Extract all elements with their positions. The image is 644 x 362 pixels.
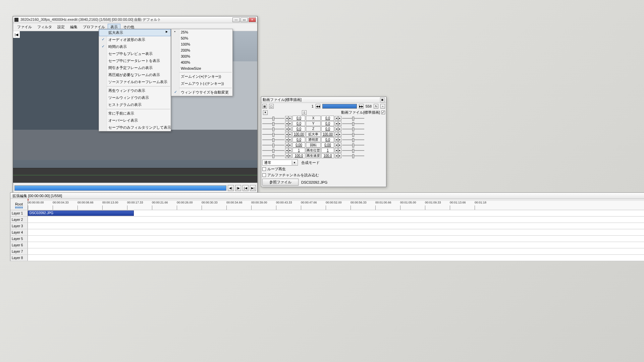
blend-mode-combo[interactable]: 通常 (262, 160, 298, 166)
spin-left-inc[interactable]: ► (288, 121, 292, 126)
slider-left[interactable] (262, 132, 284, 136)
zoom-menu-item[interactable]: WindowSize (171, 65, 232, 71)
menu-設定[interactable]: 設定 (55, 24, 67, 30)
reference-file-button[interactable]: 参照ファイル (262, 179, 299, 186)
prop-icon-4[interactable]: + (380, 104, 385, 109)
spin-right-dec[interactable]: ◄ (335, 137, 338, 142)
timeline-ruler[interactable]: 00:00:00.0000:00:04.3300:00:08.6600:00:1… (28, 201, 644, 210)
doc-icon[interactable]: ▯ (302, 110, 307, 115)
spin-left-inc[interactable]: ► (288, 132, 292, 137)
layer-track[interactable] (28, 248, 644, 254)
layer-track[interactable] (28, 223, 644, 229)
slider-right[interactable] (342, 122, 364, 126)
slider-left[interactable] (262, 154, 284, 158)
zoom-menu-item[interactable]: 300% (171, 53, 232, 59)
spin-left-dec[interactable]: ◄ (285, 132, 288, 137)
slider-right[interactable] (342, 116, 364, 120)
prop-enable-checkbox[interactable]: ✓ (381, 111, 385, 114)
alpha-checkbox[interactable] (262, 173, 266, 177)
layer-label[interactable]: Layer 2 (10, 217, 28, 223)
layer-track[interactable]: DSC02092.JPG (28, 210, 644, 216)
value-right[interactable]: 0.0 (321, 137, 334, 142)
view-menu-item[interactable]: 再生ウィンドウの表示 (99, 87, 171, 94)
slider-left[interactable] (262, 116, 284, 120)
zoom-menu-item[interactable]: 25% (171, 29, 232, 35)
slider-left[interactable] (262, 148, 284, 153)
view-menu-item[interactable]: セーブ中のみフィルタリングして表示 (99, 124, 171, 131)
zoom-menu-item[interactable]: 200% (171, 47, 232, 53)
view-menu-item[interactable]: ヒストグラムの表示 (99, 101, 171, 108)
view-menu-item[interactable]: 拡大表示 (99, 29, 171, 36)
spin-left-dec[interactable]: ◄ (285, 143, 288, 147)
slider-right[interactable] (342, 154, 364, 158)
value-right[interactable]: 0.0 (321, 121, 334, 126)
layer-track[interactable] (28, 229, 644, 235)
spin-left-inc[interactable]: ► (288, 137, 292, 142)
zoom-menu-item[interactable]: ズームアウト(-(テンキー)) (171, 80, 232, 87)
slider-right[interactable] (342, 138, 364, 142)
value-right[interactable]: 1 (321, 148, 334, 153)
prev-frame-button[interactable]: ◀| (228, 185, 234, 191)
spin-right-inc[interactable]: ► (338, 154, 341, 158)
value-right[interactable]: 0.0 (321, 116, 334, 121)
zoom-menu-item[interactable]: ズームイン(+(テンキー)) (171, 73, 232, 80)
layer-track[interactable] (28, 242, 644, 248)
value-right[interactable]: 100.00 (321, 132, 334, 137)
layer-label[interactable]: Layer 4 (10, 229, 28, 235)
value-left[interactable]: 0.00 (292, 142, 305, 147)
spin-left-inc[interactable]: ► (288, 127, 292, 131)
close-button[interactable]: ✕ (249, 17, 256, 22)
spin-right-inc[interactable]: ► (338, 143, 341, 147)
layer-label[interactable]: Layer 3 (10, 223, 28, 229)
spin-left-dec[interactable]: ◄ (285, 137, 288, 142)
slider-right[interactable] (342, 132, 364, 136)
spin-left-inc[interactable]: ► (288, 143, 292, 147)
menu-編集[interactable]: 編集 (67, 24, 80, 30)
view-menu-item[interactable]: 常に手前に表示 (99, 110, 171, 117)
spin-right-dec[interactable]: ◄ (335, 132, 338, 137)
loop-checkbox[interactable] (262, 167, 266, 171)
maximize-button[interactable]: ▭ (240, 17, 248, 22)
slider-left[interactable] (262, 122, 284, 126)
zoom-menu-item[interactable]: 100% (171, 41, 232, 47)
spin-left-dec[interactable]: ◄ (285, 154, 288, 158)
spin-left-dec[interactable]: ◄ (285, 116, 288, 121)
spin-right-inc[interactable]: ► (338, 132, 341, 137)
spin-right-inc[interactable]: ► (338, 127, 341, 131)
view-menu-item[interactable]: オーディオ波形の表示 (99, 36, 171, 43)
value-left[interactable]: 100.00 (292, 132, 305, 137)
property-close-button[interactable]: ▣ (380, 98, 385, 102)
next-frame-button[interactable]: |▶ (235, 185, 241, 191)
timeline-root[interactable]: Root (10, 201, 28, 210)
spin-left-dec[interactable]: ◄ (285, 127, 288, 131)
layer-label[interactable]: Layer 7 (10, 248, 28, 254)
frame-forward-button[interactable]: ▶▶ (359, 104, 364, 109)
view-menu-item[interactable]: セーブ中もプレビュー表示 (99, 50, 171, 57)
slider-right[interactable] (342, 143, 364, 147)
spin-right-inc[interactable]: ► (338, 116, 341, 121)
value-left[interactable]: 0.0 (292, 137, 305, 142)
prop-icon-2[interactable]: ▢ (269, 104, 274, 109)
value-left[interactable]: 0.0 (292, 116, 305, 121)
spin-right-dec[interactable]: ◄ (335, 127, 338, 131)
property-title-bar[interactable]: 動画ファイル[標準描画] ▣ (261, 97, 386, 103)
spin-right-inc[interactable]: ► (338, 137, 341, 142)
zoom-menu-item[interactable]: 400% (171, 59, 232, 65)
value-left[interactable]: 0.0 (292, 126, 305, 131)
spin-right-dec[interactable]: ◄ (335, 148, 338, 153)
spin-left-inc[interactable]: ► (288, 116, 292, 121)
spin-left-dec[interactable]: ◄ (285, 148, 288, 153)
zoom-menu-item[interactable]: 50% (171, 35, 232, 41)
first-frame-button[interactable]: |◀ (243, 185, 249, 191)
start-marker-icon[interactable]: |◀ (13, 31, 20, 38)
view-menu-item[interactable]: 間引き予定フレームの表示 (99, 64, 171, 71)
menu-フィルタ[interactable]: フィルタ (35, 24, 55, 30)
slider-left[interactable] (262, 143, 284, 147)
spin-right-dec[interactable]: ◄ (335, 143, 338, 147)
view-menu-item[interactable]: ツールウィンドウの表示 (99, 94, 171, 101)
spin-right-inc[interactable]: ► (338, 148, 341, 153)
spin-right-dec[interactable]: ◄ (335, 121, 338, 126)
slider-right[interactable] (342, 148, 364, 153)
slider-left[interactable] (262, 127, 284, 131)
value-left[interactable]: 100.0 (292, 153, 305, 158)
